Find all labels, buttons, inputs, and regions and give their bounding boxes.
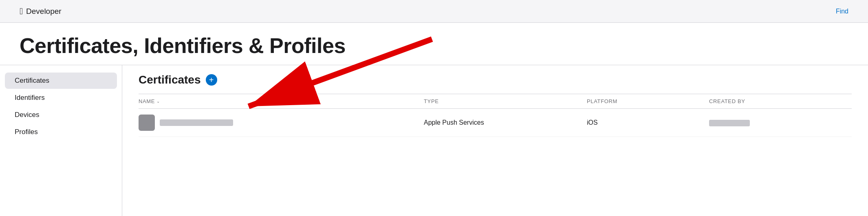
apple-logo-icon:  [20,7,23,16]
nav-find[interactable]: Find [836,8,848,15]
column-platform: PLATFORM [587,98,709,104]
row-platform: iOS [587,119,709,126]
table-header: NAME ⌄ TYPE PLATFORM CREATED BY [139,94,852,109]
sidebar-item-profiles[interactable]: Profiles [5,124,117,140]
sidebar-item-certificates[interactable]: Certificates [5,73,117,89]
sort-arrow-icon: ⌄ [156,99,160,104]
row-created-by [709,119,852,126]
column-name[interactable]: NAME ⌄ [139,98,424,104]
nav-left:  Developer [20,7,62,16]
row-icon [139,115,155,131]
top-nav:  Developer Find [0,0,868,23]
page-header: Certificates, Identifiers & Profiles [0,23,868,65]
column-type: TYPE [424,98,587,104]
row-created-by-blurred [709,120,750,126]
row-type: Apple Push Services [424,119,587,126]
row-name-blurred [160,119,233,126]
sidebar-item-identifiers[interactable]: Identifiers [5,90,117,106]
row-name-text [160,119,233,126]
sidebar-item-devices[interactable]: Devices [5,107,117,123]
sidebar: Certificates Identifiers Devices Profile… [0,65,122,216]
content-area: Certificates Identifiers Devices Profile… [0,65,868,216]
row-name-cell [139,115,424,131]
section-header: Certificates + [139,73,852,86]
table-row[interactable]: Apple Push Services iOS [139,109,852,137]
add-certificate-button[interactable]: + [206,74,217,86]
column-created-by: CREATED BY [709,98,852,104]
section-title: Certificates [139,73,201,86]
main-content: Certificates + NAME ⌄ TYPE PLATFORM CREA… [122,65,868,216]
nav-brand: Developer [26,7,62,16]
page-title: Certificates, Identifiers & Profiles [20,34,848,57]
